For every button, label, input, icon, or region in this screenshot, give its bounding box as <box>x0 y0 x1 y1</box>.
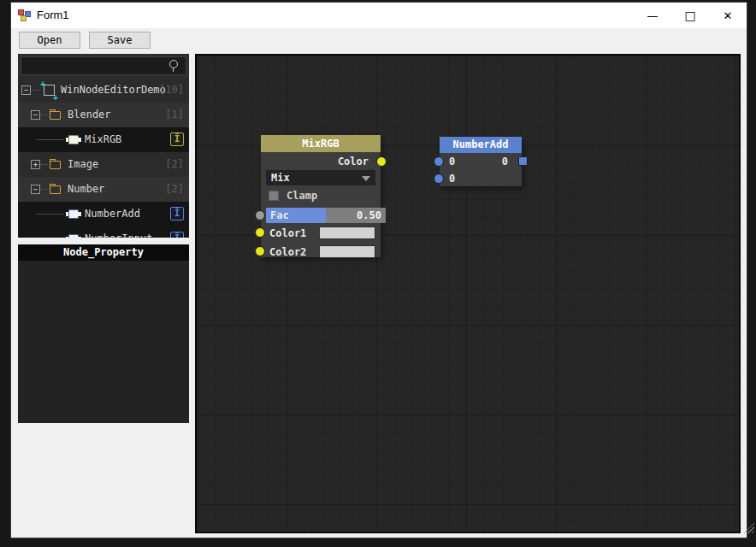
tree-item-blender[interactable]: − Blender [1] <box>18 103 189 127</box>
search-icon <box>168 60 179 73</box>
minimize-button[interactable]: — <box>634 3 671 28</box>
number-input1-socket[interactable] <box>434 156 444 167</box>
tree-item-count: [2] <box>165 183 184 195</box>
tree-item-mixrgb[interactable]: MixRGB Ī <box>18 127 189 152</box>
color2-row: Color2 <box>261 244 381 261</box>
screen: Form1 — □ ✕ Open Save <box>0 0 756 547</box>
expander-icon[interactable]: − <box>21 85 31 95</box>
dropdown-value: Mix <box>271 172 290 184</box>
input2-value: 0 <box>449 173 455 185</box>
tree-item-label: WinNodeEditorDemo <box>61 84 166 96</box>
node-editor-canvas[interactable]: MixRGB Color Mix Clamp Fac 0.50 <box>195 54 741 533</box>
tree-item-winnodeeditordemo[interactable]: − WinNodeEditorDemo [10] <box>18 78 189 103</box>
expander-icon[interactable]: − <box>31 185 40 194</box>
node-mixrgb-title[interactable]: MixRGB <box>261 135 381 152</box>
clamp-label: Clamp <box>286 190 317 202</box>
tree-item-count: [10] <box>159 84 184 96</box>
mixrgb-output-row: Color <box>261 152 381 170</box>
fac-value: 0.50 <box>357 209 381 221</box>
tree-item-image[interactable]: + Image [2] <box>18 152 189 177</box>
clamp-row: Clamp <box>261 188 381 206</box>
numberadd-row2: 0 <box>440 170 522 187</box>
clamp-checkbox[interactable] <box>269 191 279 201</box>
node-template-badge-icon[interactable]: Ī <box>170 232 184 238</box>
tree-item-numberadd[interactable]: NumberAdd Ī <box>18 202 189 226</box>
numberadd-row1: 0 0 <box>440 153 522 170</box>
tree-item-number[interactable]: − Number [2] <box>18 177 189 202</box>
node-property-panel <box>18 261 189 423</box>
app-icon <box>18 9 32 22</box>
output-label: Color <box>338 156 369 168</box>
tree-item-label: NumberInput <box>85 232 152 238</box>
fac-slider[interactable]: Fac 0.50 <box>266 208 386 223</box>
tree-item-count: [2] <box>165 158 184 170</box>
node-icon <box>66 234 81 238</box>
tree-item-label: Number <box>68 183 104 195</box>
node-template-badge-icon[interactable]: Ī <box>170 132 184 146</box>
chevron-down-icon <box>362 176 370 181</box>
node-tree-panel: − WinNodeEditorDemo [10] − Blender [1] <box>18 54 189 238</box>
expander-icon[interactable]: − <box>31 110 40 120</box>
tree-item-count: [1] <box>165 109 184 121</box>
color1-swatch[interactable] <box>319 226 375 239</box>
node-numberadd-title[interactable]: NumberAdd <box>440 137 522 153</box>
color2-input-socket[interactable] <box>255 246 265 256</box>
node-property-header: Node_Property <box>18 244 189 261</box>
maximize-button[interactable]: □ <box>671 3 709 28</box>
output-value: 0 <box>502 156 508 168</box>
expander-icon[interactable]: + <box>31 160 40 169</box>
color1-label: Color1 <box>269 227 306 239</box>
tree-item-numberinput[interactable]: NumberInput Ī <box>18 226 189 238</box>
color1-row: Color1 <box>261 225 381 242</box>
transform-icon <box>44 85 55 96</box>
titlebar[interactable]: Form1 — □ ✕ <box>11 3 747 28</box>
tree-item-label: MixRGB <box>85 133 121 145</box>
tree-item-label: Blender <box>68 109 111 121</box>
maximize-icon: □ <box>684 9 695 22</box>
folder-icon <box>50 111 61 120</box>
node-icon <box>66 135 81 144</box>
tree-item-label: Image <box>68 158 98 170</box>
number-input2-socket[interactable] <box>434 174 444 184</box>
search-input[interactable] <box>25 59 162 73</box>
minimize-icon: — <box>647 9 659 22</box>
save-button[interactable]: Save <box>89 32 151 49</box>
color2-label: Color2 <box>269 246 306 258</box>
close-icon: ✕ <box>724 9 733 22</box>
number-output-socket[interactable] <box>518 156 528 166</box>
app-window: Form1 — □ ✕ Open Save <box>10 2 747 538</box>
node-mixrgb[interactable]: MixRGB Color Mix Clamp Fac 0.50 <box>261 135 381 257</box>
input1-value: 0 <box>449 156 455 168</box>
color2-swatch[interactable] <box>319 245 375 258</box>
fac-input-socket[interactable] <box>255 210 265 221</box>
color1-input-socket[interactable] <box>255 227 265 238</box>
open-button[interactable]: Open <box>19 32 80 49</box>
node-numberadd[interactable]: NumberAdd 0 0 0 <box>440 137 522 186</box>
folder-icon <box>50 185 61 194</box>
fac-label: Fac <box>270 209 289 221</box>
node-icon <box>66 209 81 219</box>
toolbar: Open Save <box>11 28 747 56</box>
tree-item-label: NumberAdd <box>85 208 140 220</box>
close-button[interactable]: ✕ <box>709 3 747 28</box>
window-title: Form1 <box>37 9 69 21</box>
color-output-socket[interactable] <box>376 156 387 167</box>
folder-icon <box>50 161 61 169</box>
blend-mode-dropdown[interactable]: Mix <box>266 170 375 185</box>
search-box[interactable] <box>21 56 186 75</box>
node-template-badge-icon[interactable]: Ī <box>170 207 184 221</box>
